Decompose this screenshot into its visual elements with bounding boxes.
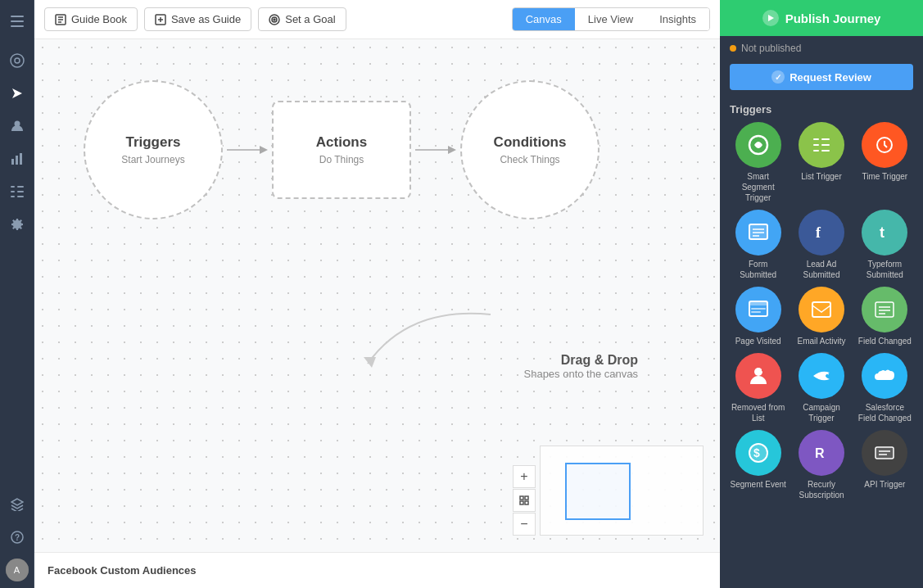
svg-rect-9	[20, 153, 22, 165]
svg-rect-15	[17, 196, 24, 197]
trigger-icon-salesforce-field	[862, 353, 907, 399]
svg-rect-11	[11, 191, 15, 192]
svg-rect-53	[749, 301, 767, 305]
publish-journey-button[interactable]: Publish Journey	[720, 0, 923, 36]
svg-rect-1	[11, 20, 24, 22]
sidebar-icon-menu[interactable]	[2, 7, 32, 36]
trigger-item-smart-segment[interactable]: Smart Segment Trigger	[730, 122, 786, 203]
check-icon: ✓	[771, 70, 785, 84]
zoom-out-button[interactable]: −	[513, 513, 536, 536]
svg-point-61	[754, 368, 762, 376]
mini-map[interactable]	[540, 446, 704, 536]
status-label: Not published	[741, 43, 801, 54]
svg-text:f: f	[816, 224, 821, 241]
trigger-icon-api-trigger	[862, 430, 907, 476]
guide-book-button[interactable]: Guide Book	[44, 7, 138, 31]
trigger-item-api-trigger[interactable]: API Trigger	[857, 430, 913, 500]
sidebar-icon-lists[interactable]	[2, 177, 32, 206]
tab-live-view[interactable]: Live View	[575, 8, 646, 30]
right-sidebar-scroll[interactable]: Triggers Smart Segment TriggerList Trigg…	[720, 97, 923, 588]
trigger-item-campaign-trigger[interactable]: Campaign Trigger	[793, 353, 849, 423]
trigger-icon-field-changed	[862, 287, 907, 332]
trigger-icon-removed-from-list	[735, 353, 781, 399]
zoom-controls: + −	[513, 465, 536, 536]
tab-insights[interactable]: Insights	[646, 8, 709, 30]
sidebar-icon-journey[interactable]	[2, 46, 32, 75]
sidebar-icon-learn[interactable]	[2, 490, 32, 519]
flow-arrow-1	[223, 142, 272, 158]
trigger-label-lead-ad: Lead Ad Submitted	[793, 259, 849, 280]
trigger-item-field-changed[interactable]: Field Changed	[857, 287, 913, 346]
trigger-icon-page-visited	[735, 287, 781, 332]
trigger-item-segment-event[interactable]: $Segment Event	[730, 430, 786, 500]
save-as-guide-button[interactable]: Save as Guide	[144, 7, 251, 31]
tab-canvas[interactable]: Canvas	[513, 8, 575, 30]
trigger-icon-list-trigger	[799, 122, 844, 168]
trigger-label-page-visited: Page Visited	[735, 336, 781, 346]
svg-rect-35	[520, 501, 523, 504]
svg-rect-10	[11, 186, 15, 188]
svg-rect-39	[813, 138, 819, 140]
drag-drop-hint: Drag & Drop Shapes onto the canvas	[524, 353, 639, 380]
trigger-item-lead-ad[interactable]: fLead Ad Submitted	[793, 210, 849, 280]
sidebar-icon-contacts[interactable]	[2, 111, 32, 141]
trigger-item-salesforce-field[interactable]: Salesforce Field Changed	[857, 353, 913, 423]
flow-arrow-2	[411, 142, 460, 158]
svg-rect-43	[821, 144, 830, 146]
svg-rect-12	[11, 196, 15, 197]
sidebar-icon-send[interactable]	[2, 79, 32, 108]
trigger-icon-email-activity	[799, 287, 844, 332]
trigger-label-removed-from-list: Removed from List	[730, 402, 786, 423]
sidebar-icon-analytics[interactable]	[2, 144, 32, 174]
trigger-icon-segment-event: $	[735, 430, 781, 476]
flow-diagram: Triggers Start Journeys Actions Do Thing…	[84, 80, 599, 219]
zoom-fit-button[interactable]	[513, 489, 536, 512]
svg-rect-40	[813, 144, 819, 146]
trigger-item-email-activity[interactable]: Email Activity	[793, 287, 849, 346]
svg-rect-8	[16, 156, 18, 165]
trigger-icon-time-trigger	[862, 122, 907, 168]
trigger-item-page-visited[interactable]: Page Visited	[730, 287, 786, 346]
svg-rect-57	[875, 302, 894, 317]
svg-text:R: R	[815, 446, 825, 460]
svg-rect-46	[749, 224, 767, 239]
svg-rect-34	[525, 496, 528, 500]
svg-rect-66	[875, 447, 894, 459]
trigger-label-api-trigger: API Trigger	[864, 479, 905, 490]
drag-hint-sub: Shapes onto the canvas	[524, 368, 639, 380]
svg-marker-5	[12, 88, 22, 98]
trigger-item-list-trigger[interactable]: List Trigger	[793, 122, 849, 203]
trigger-item-typeform[interactable]: tTypeform Submitted	[857, 210, 913, 280]
svg-text:$: $	[753, 446, 760, 459]
trigger-icon-typeform: t	[862, 210, 907, 256]
svg-point-3	[11, 54, 24, 67]
right-sidebar: Publish Journey Not published ✓ Request …	[720, 0, 923, 588]
trigger-item-form-submitted[interactable]: Form Submitted	[730, 210, 786, 280]
trigger-label-typeform: Typeform Submitted	[857, 259, 913, 280]
sidebar-avatar[interactable]: A	[6, 559, 29, 581]
svg-rect-13	[17, 186, 24, 188]
svg-rect-54	[751, 308, 766, 310]
guide-book-label: Guide Book	[71, 13, 127, 25]
sidebar-icon-help[interactable]: ?	[2, 522, 32, 552]
trigger-item-recurly[interactable]: RRecurly Subscription	[793, 430, 849, 500]
zoom-in-button[interactable]: +	[513, 465, 536, 488]
svg-rect-0	[11, 16, 24, 17]
request-review-button[interactable]: ✓ Request Review	[730, 64, 913, 90]
main-area: Guide Book Save as Guide Set a Goal Canv…	[34, 0, 720, 588]
conditions-node-sub: Check Things	[500, 154, 559, 165]
publish-icon	[762, 10, 779, 26]
svg-point-27	[274, 19, 275, 20]
toolbar: Guide Book Save as Guide Set a Goal Canv…	[34, 0, 720, 39]
canvas-area[interactable]: Triggers Start Journeys Actions Do Thing…	[34, 39, 720, 552]
svg-marker-32	[364, 357, 376, 368]
sidebar-icon-settings[interactable]	[2, 210, 32, 239]
bottom-bar-label: Facebook Custom Audiences	[48, 564, 197, 577]
trigger-item-removed-from-list[interactable]: Removed from List	[730, 353, 786, 423]
triggers-node-sub: Start Journeys	[121, 154, 184, 165]
trigger-item-time-trigger[interactable]: Time Trigger	[857, 122, 913, 203]
triggers-section-title: Triggers	[730, 103, 913, 115]
trigger-icon-form-submitted	[735, 210, 781, 256]
svg-text:t: t	[880, 224, 885, 241]
set-a-goal-button[interactable]: Set a Goal	[258, 7, 346, 31]
